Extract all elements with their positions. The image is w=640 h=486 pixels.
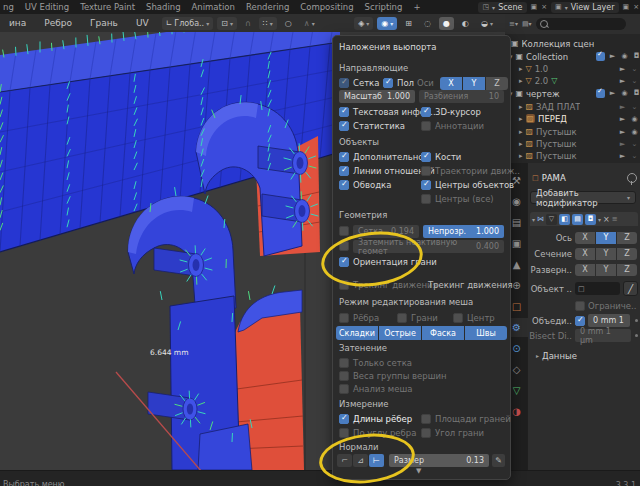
camera-icon[interactable]: ◘ (632, 52, 640, 61)
weights-label[interactable]: Веса группы вершин (353, 371, 447, 381)
disclosure-icon[interactable]: ▸ (519, 77, 523, 85)
face-angle-checkbox[interactable] (421, 428, 431, 438)
object-label[interactable]: 1.0 (535, 64, 549, 74)
face-orientation-checkbox[interactable] (339, 257, 349, 267)
stats-checkbox[interactable] (339, 121, 349, 131)
grid-scale-slider[interactable]: Масштаб 1.000 (339, 90, 415, 103)
object-label[interactable]: ЗАД ПЛАТ (536, 102, 580, 112)
object-label[interactable]: Пустышк (536, 139, 577, 149)
faces-checkbox[interactable] (397, 313, 407, 323)
floor-toggle[interactable]: Пол (383, 77, 414, 89)
show-overlays-dropdown[interactable]: ◉ ▾ (377, 17, 397, 30)
animate-dot[interactable] (635, 319, 638, 322)
clipping-label[interactable]: Ограниче.. (588, 301, 637, 311)
motion-paths-checkbox[interactable] (421, 166, 431, 176)
bisect-x[interactable]: X (575, 248, 595, 260)
delete-scene-icon[interactable]: × (541, 3, 547, 11)
workspace-tab-uv-editing[interactable]: UV Editing (25, 2, 69, 12)
view-layer-selector[interactable]: ▣ ▾ View Layer (551, 2, 618, 13)
vertex-normals-button[interactable]: ⌐ (337, 454, 352, 467)
motion-tracking-toggle[interactable]: Трекинг движения (339, 279, 438, 291)
selectable-icon[interactable]: ► (618, 65, 627, 73)
faces-toggle[interactable]: Грани (397, 312, 438, 324)
bisect-y[interactable]: Y (596, 248, 616, 260)
bisect-distance-slider[interactable]: 0 mm 1 µm (575, 329, 631, 342)
extras-icon[interactable]: ▾ (598, 216, 601, 223)
face-normals-button[interactable]: ⊢ (369, 454, 384, 467)
analysis-toggle[interactable]: Анализ меша (339, 383, 412, 395)
floor-label[interactable]: Пол (397, 78, 414, 88)
annotations-toggle[interactable]: Аннотации (421, 120, 484, 132)
close-icon[interactable]: × (603, 215, 610, 224)
disclosure-icon[interactable]: ▸ (519, 128, 523, 136)
falloff-dropdown[interactable]: ∧ ▾ (300, 17, 319, 30)
edge-angle-label[interactable]: По углу ребра (353, 428, 416, 438)
fade-slider[interactable]: Затемнить неактивную геомет 0.400 (353, 240, 504, 253)
data-section-label[interactable]: Данные (542, 351, 577, 361)
annotations-label[interactable]: Аннотации (435, 121, 484, 131)
selectable-icon[interactable]: ► (608, 52, 617, 61)
axis-z-button[interactable]: Z (486, 77, 508, 90)
object-label[interactable]: ПЕРЕД (538, 114, 567, 124)
edge-length-label[interactable]: Длины рёбер (353, 414, 412, 424)
collection-label[interactable]: Collection (526, 52, 568, 62)
eye-closed-icon[interactable]: ⌄ (630, 103, 639, 111)
split-normals-button[interactable]: ⊿ (353, 454, 368, 467)
edges-toggle[interactable]: Рёбра (339, 312, 379, 324)
wireframe-toggle[interactable] (339, 225, 349, 237)
selectable-icon[interactable]: ► (618, 103, 627, 111)
outline-toggle[interactable]: Обводка (339, 179, 391, 191)
sharp-button[interactable]: Острые (379, 326, 421, 340)
analysis-label[interactable]: Анализ меша (353, 384, 412, 394)
bones-toggle[interactable]: Кости (421, 151, 461, 163)
bisect-z[interactable]: Z (617, 248, 637, 260)
stats-label[interactable]: Статистика (353, 121, 405, 131)
on-cage-toggle[interactable]: ▽ (546, 214, 557, 225)
transform-orientation-dropdown[interactable]: ∟ Глоба.. ▾ (162, 17, 214, 30)
object-row-1-0[interactable]: ▸ ▽ 1.0 ►⌄◘ (505, 63, 640, 74)
pin-icon[interactable] (627, 173, 637, 183)
disclosure-icon[interactable]: ▸ (519, 115, 523, 123)
face-area-label[interactable]: Площади граней (435, 414, 511, 424)
data-section-row[interactable]: ▸ Данные (528, 349, 640, 362)
disclosure-icon[interactable]: ▸ (519, 103, 523, 111)
workspace-tab-texture-paint[interactable]: Texture Paint (80, 2, 135, 12)
wireframe-checkbox[interactable] (339, 226, 349, 236)
render-toggle[interactable]: ◘ (585, 214, 596, 225)
clipping-checkbox[interactable] (575, 301, 585, 311)
mirror-object-field[interactable]: □ (575, 282, 620, 295)
edge-length-toggle[interactable]: Длины рёбер (339, 413, 412, 425)
edit-mode-toggle[interactable]: ◧ (559, 214, 570, 225)
new-scene-icon[interactable]: ▣ (531, 3, 538, 11)
animate-dot[interactable] (635, 334, 638, 337)
exclude-checkbox[interactable] (596, 89, 605, 98)
object-row-empty-2[interactable]: ▸ ▨ Пустышк ►⌄◘ (505, 138, 640, 149)
workspace-tab-rendering[interactable]: Rendering (246, 2, 289, 12)
object-label[interactable]: Пустышк (536, 151, 577, 161)
exclude-checkbox[interactable] (596, 52, 605, 61)
camera-icon[interactable]: ◘ (632, 89, 640, 98)
add-modifier-dropdown[interactable]: Добавить модификатор ▾ (530, 191, 636, 204)
disclosure-icon[interactable]: ▸ (519, 65, 523, 73)
snap-toggle[interactable]: ∩ (241, 17, 255, 30)
snap-with-dropdown[interactable]: ∷ ▾ (259, 17, 277, 30)
selectable-icon[interactable]: ► (618, 152, 627, 160)
flip-z[interactable]: Z (617, 264, 637, 276)
axis-y-button[interactable]: Y (463, 77, 485, 90)
menu-uv[interactable]: UV (136, 18, 149, 28)
origins-toggle[interactable]: Центры объектов (421, 179, 514, 191)
grid-checkbox[interactable] (339, 78, 349, 88)
fade-toggle[interactable] (339, 240, 349, 252)
normals-size-slider[interactable]: Размер 0.13 (389, 454, 489, 467)
selectable-icon[interactable]: ► (608, 89, 617, 98)
motion-paths-label[interactable]: Траектории движ.. (435, 166, 520, 176)
collection-label[interactable]: чертеж (526, 89, 560, 99)
eye-closed-icon[interactable]: ⌄ (630, 77, 639, 85)
seams-button[interactable]: Швы (465, 326, 507, 340)
origins-all-checkbox[interactable] (421, 194, 431, 204)
proportional-edit-toggle[interactable]: ○ (281, 17, 296, 30)
creases-button[interactable]: Складки (336, 326, 378, 340)
shading-material-button[interactable]: ◐ (458, 17, 473, 30)
subdivisions-slider[interactable]: Разбиения 10 (419, 90, 504, 103)
outline-checkbox[interactable] (339, 180, 349, 190)
